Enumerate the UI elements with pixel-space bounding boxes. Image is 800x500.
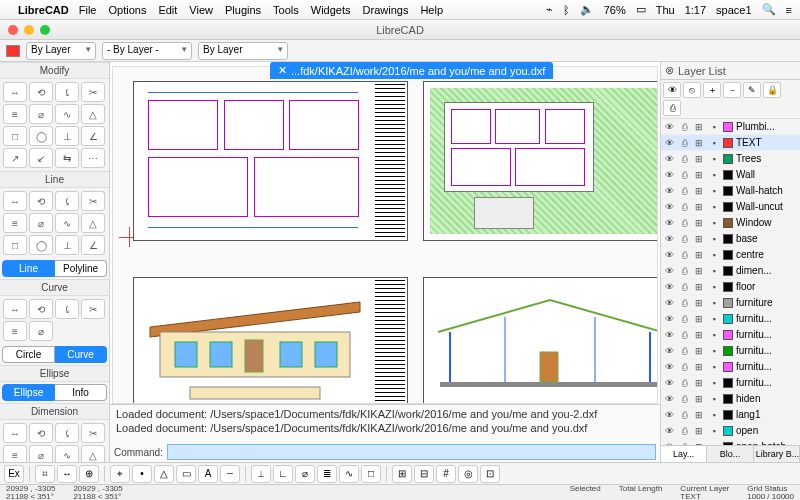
layer-row[interactable]: 👁⎙⊞▪furnitu... bbox=[661, 375, 800, 391]
seg-polyline[interactable]: Polyline bbox=[55, 260, 107, 277]
command-input[interactable] bbox=[167, 444, 656, 460]
snap-button[interactable]: ⟂ bbox=[251, 465, 271, 483]
menu-tools[interactable]: Tools bbox=[273, 4, 299, 16]
layer-row[interactable]: 👁⎙⊞▪furniture bbox=[661, 295, 800, 311]
color-combo[interactable]: By Layer bbox=[26, 42, 96, 60]
layer-visible-icon[interactable]: 👁 bbox=[663, 297, 675, 309]
layer-visible-icon[interactable]: 👁 bbox=[663, 393, 675, 405]
tool-button[interactable]: ↙ bbox=[29, 148, 53, 168]
layer-visible-icon[interactable]: 👁 bbox=[663, 201, 675, 213]
tool-button[interactable]: □ bbox=[3, 235, 27, 255]
tool-button[interactable]: ↔ bbox=[3, 82, 27, 102]
layer-lock-icon[interactable]: ▪ bbox=[708, 201, 720, 213]
layer-row[interactable]: 👁⎙⊞▪dimen... bbox=[661, 263, 800, 279]
snap-button[interactable]: ≣ bbox=[317, 465, 337, 483]
current-color-swatch[interactable] bbox=[6, 45, 20, 57]
layer-cons-icon[interactable]: ⊞ bbox=[693, 137, 705, 149]
tool-button[interactable]: ∿ bbox=[55, 213, 79, 233]
snap-button[interactable]: △ bbox=[154, 465, 174, 483]
seg-curve[interactable]: Curve bbox=[55, 346, 107, 363]
seg-line[interactable]: Line bbox=[2, 260, 55, 277]
layer-lock-icon[interactable]: ▪ bbox=[708, 377, 720, 389]
layer-print-icon[interactable]: ⎙ bbox=[678, 217, 690, 229]
snap-button[interactable]: ⊞ bbox=[392, 465, 412, 483]
layer-row[interactable]: 👁⎙⊞▪furnitu... bbox=[661, 311, 800, 327]
layer-add-icon[interactable]: ＋ bbox=[703, 82, 721, 98]
layer-lock-icon[interactable]: ▪ bbox=[708, 297, 720, 309]
zoom-window-button[interactable] bbox=[40, 25, 50, 35]
layer-edit-icon[interactable]: ✎ bbox=[743, 82, 761, 98]
tool-button[interactable]: ↗ bbox=[3, 148, 27, 168]
layer-print-icon[interactable]: ⎙ bbox=[678, 425, 690, 437]
tool-button[interactable]: ⊥ bbox=[55, 235, 79, 255]
user-label[interactable]: space1 bbox=[716, 4, 751, 16]
layer-row[interactable]: 👁⎙⊞▪centre bbox=[661, 247, 800, 263]
layer-visible-icon[interactable]: 👁 bbox=[663, 185, 675, 197]
tool-button[interactable]: ⤹ bbox=[55, 82, 79, 102]
layer-print-icon[interactable]: ⎙ bbox=[678, 345, 690, 357]
tool-button[interactable]: ∿ bbox=[55, 104, 79, 124]
layer-row[interactable]: 👁⎙⊞▪Plumbi... bbox=[661, 119, 800, 135]
drawing-canvas[interactable] bbox=[112, 66, 658, 404]
menu-options[interactable]: Options bbox=[108, 4, 146, 16]
layer-row[interactable]: 👁⎙⊞▪lang1 bbox=[661, 407, 800, 423]
snap-button[interactable]: A bbox=[198, 465, 218, 483]
layer-show-all-icon[interactable]: 👁 bbox=[663, 82, 681, 98]
tool-button[interactable]: □ bbox=[3, 126, 27, 146]
layer-row[interactable]: 👁⎙⊞▪Wall-hatch bbox=[661, 183, 800, 199]
menu-view[interactable]: View bbox=[189, 4, 213, 16]
tool-button[interactable]: ⤹ bbox=[55, 299, 79, 319]
layer-lock-icon[interactable]: 🔒 bbox=[763, 82, 781, 98]
snap-button[interactable]: ↔ bbox=[57, 465, 77, 483]
snap-button[interactable]: ▭ bbox=[176, 465, 196, 483]
tool-button[interactable]: △ bbox=[81, 104, 105, 124]
spotlight-icon[interactable]: 🔍 bbox=[762, 3, 776, 16]
layer-cons-icon[interactable]: ⊞ bbox=[693, 297, 705, 309]
tool-button[interactable]: ⌀ bbox=[29, 104, 53, 124]
tool-button[interactable]: ⌀ bbox=[29, 445, 53, 462]
layer-print-icon[interactable]: ⎙ bbox=[678, 185, 690, 197]
layer-row[interactable]: 👁⎙⊞▪TEXT bbox=[661, 135, 800, 151]
layer-print-icon[interactable]: ⎙ bbox=[678, 313, 690, 325]
tool-button[interactable]: ⤹ bbox=[55, 191, 79, 211]
layer-print-icon[interactable]: ⎙ bbox=[678, 137, 690, 149]
layer-cons-icon[interactable]: ⊞ bbox=[693, 329, 705, 341]
tool-button[interactable]: △ bbox=[81, 445, 105, 462]
tool-button[interactable]: ≡ bbox=[3, 321, 27, 341]
battery-icon[interactable]: ▭ bbox=[636, 3, 646, 16]
layer-hide-all-icon[interactable]: ⦸ bbox=[683, 82, 701, 98]
layer-lock-icon[interactable]: ▪ bbox=[708, 121, 720, 133]
tool-button[interactable]: ∠ bbox=[81, 235, 105, 255]
layer-visible-icon[interactable]: 👁 bbox=[663, 169, 675, 181]
layer-cons-icon[interactable]: ⊞ bbox=[693, 217, 705, 229]
layer-lock-icon[interactable]: ▪ bbox=[708, 425, 720, 437]
seg-circle[interactable]: Circle bbox=[2, 346, 55, 363]
layer-cons-icon[interactable]: ⊞ bbox=[693, 361, 705, 373]
tab-library[interactable]: Library B... bbox=[754, 446, 800, 462]
layer-row[interactable]: 👁⎙⊞▪furnitu... bbox=[661, 327, 800, 343]
snap-button[interactable]: ⊕ bbox=[79, 465, 99, 483]
layer-lock-icon[interactable]: ▪ bbox=[708, 393, 720, 405]
layer-row[interactable]: 👁⎙⊞▪Trees bbox=[661, 151, 800, 167]
layer-lock-icon[interactable]: ▪ bbox=[708, 169, 720, 181]
layer-lock-icon[interactable]: ▪ bbox=[708, 313, 720, 325]
snap-button[interactable]: ⌗ bbox=[35, 465, 55, 483]
snap-button[interactable]: # bbox=[436, 465, 456, 483]
layer-row[interactable]: 👁⎙⊞▪furnitu... bbox=[661, 343, 800, 359]
layer-lock-icon[interactable]: ▪ bbox=[708, 233, 720, 245]
layer-cons-icon[interactable]: ⊞ bbox=[693, 185, 705, 197]
document-tab[interactable]: ✕ ...fdk/KIKAZI/work/2016/me and you/me … bbox=[270, 62, 553, 79]
layer-print-icon[interactable]: ⎙ bbox=[678, 153, 690, 165]
snap-button[interactable]: ∟ bbox=[273, 465, 293, 483]
tool-button[interactable]: ✂ bbox=[81, 82, 105, 102]
layer-lock-icon[interactable]: ▪ bbox=[708, 249, 720, 261]
layer-row[interactable]: 👁⎙⊞▪hiden bbox=[661, 391, 800, 407]
bluetooth-icon[interactable]: ᛒ bbox=[563, 4, 570, 16]
layer-visible-icon[interactable]: 👁 bbox=[663, 153, 675, 165]
snap-button[interactable]: • bbox=[132, 465, 152, 483]
layer-row[interactable]: 👁⎙⊞▪open bbox=[661, 423, 800, 439]
volume-icon[interactable]: 🔈 bbox=[580, 3, 594, 16]
layer-print-icon[interactable]: ⎙ bbox=[678, 249, 690, 261]
layer-visible-icon[interactable]: 👁 bbox=[663, 265, 675, 277]
layer-cons-icon[interactable]: ⊞ bbox=[693, 121, 705, 133]
